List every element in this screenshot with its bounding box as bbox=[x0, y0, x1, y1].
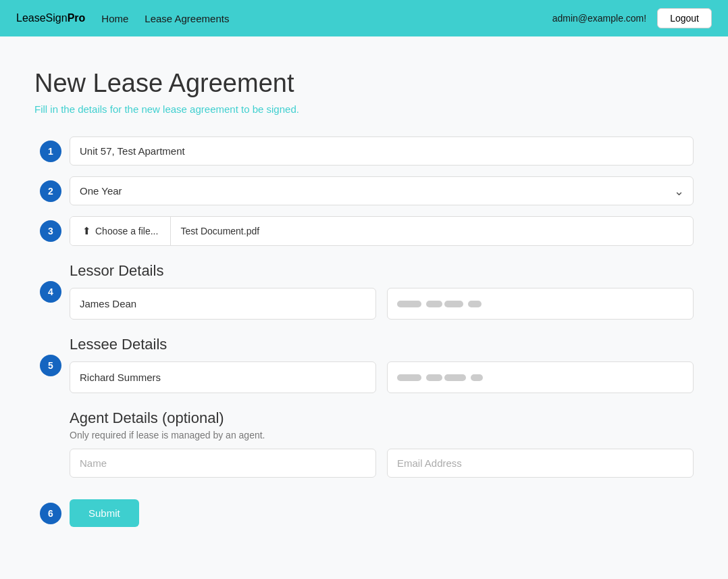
file-upload-container: ⬆ Choose a file... Test Document.pdf bbox=[70, 216, 694, 246]
page-subtitle: Fill in the details for the new lease ag… bbox=[34, 103, 694, 115]
nav-link-lease-agreements[interactable]: Lease Agreements bbox=[145, 13, 229, 24]
agent-section: Agent Details (optional) Only required i… bbox=[70, 409, 694, 478]
lessee-section-heading: Lessee Details bbox=[70, 336, 694, 353]
step-badge-5: 5 bbox=[40, 355, 61, 376]
step-1-row: 1 bbox=[70, 136, 694, 166]
agent-section-heading: Agent Details (optional) bbox=[70, 409, 694, 427]
property-input[interactable] bbox=[70, 136, 694, 166]
submit-button[interactable]: Submit bbox=[70, 499, 139, 527]
file-name-display: Test Document.pdf bbox=[171, 218, 269, 245]
step-6-row: 6 Submit bbox=[70, 499, 694, 527]
choose-file-button[interactable]: ⬆ Choose a file... bbox=[70, 217, 171, 245]
step-badge-2: 2 bbox=[40, 180, 61, 202]
step-5-row: 5 Lessee Details bbox=[70, 336, 694, 393]
agent-email-input[interactable] bbox=[387, 449, 694, 478]
step-3-row: 3 ⬆ Choose a file... Test Document.pdf bbox=[70, 216, 694, 246]
lessor-section-heading: Lessor Details bbox=[70, 262, 694, 280]
step-badge-4: 4 bbox=[40, 281, 61, 303]
lessee-email-blurred bbox=[387, 361, 694, 393]
step-badge-6: 6 bbox=[40, 503, 61, 524]
step-badge-3: 3 bbox=[40, 220, 61, 242]
nav-link-home[interactable]: Home bbox=[101, 13, 128, 24]
nav-user-email: admin@example.com! bbox=[552, 13, 647, 24]
upload-icon: ⬆ bbox=[82, 225, 91, 237]
brand-text-bold: Pro bbox=[68, 12, 86, 24]
agent-subtitle: Only required if lease is managed by an … bbox=[70, 430, 694, 440]
lessor-email-blurred bbox=[387, 288, 694, 320]
step-2-row: 2 One Year Six Months Month to Month ⌄ bbox=[70, 176, 694, 205]
agent-name-input[interactable] bbox=[70, 449, 376, 478]
step-badge-1: 1 bbox=[40, 141, 61, 162]
lease-term-select[interactable]: One Year Six Months Month to Month bbox=[70, 176, 694, 205]
nav-brand: LeaseSignPro bbox=[16, 12, 85, 24]
step-4-row: 4 Lessor Details bbox=[70, 262, 694, 320]
brand-text-plain: LeaseSign bbox=[16, 12, 68, 24]
page-title: New Lease Agreement bbox=[34, 69, 694, 98]
navbar: LeaseSignPro Home Lease Agreements admin… bbox=[0, 0, 728, 36]
choose-file-label: Choose a file... bbox=[95, 226, 158, 236]
lessee-name-input[interactable] bbox=[70, 361, 376, 393]
lessor-name-input[interactable] bbox=[70, 288, 376, 320]
logout-button[interactable]: Logout bbox=[657, 8, 712, 28]
